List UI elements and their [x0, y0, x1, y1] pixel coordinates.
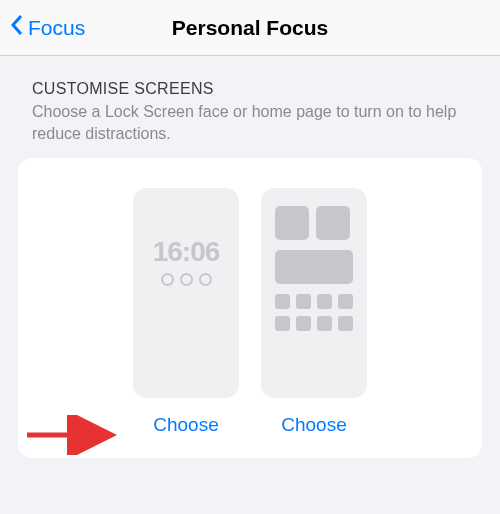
section-subtitle: Choose a Lock Screen face or home page t… [32, 101, 468, 144]
customise-screens-card: 16:06 Choose [18, 158, 482, 458]
home-screen-preview[interactable] [261, 188, 367, 398]
section-title: CUSTOMISE SCREENS [32, 80, 468, 98]
lock-screen-preview[interactable]: 16:06 [133, 188, 239, 398]
back-label: Focus [28, 16, 85, 40]
header: Focus Personal Focus [0, 0, 500, 56]
lock-screen-dots-icon [133, 273, 239, 286]
lock-screen-option: 16:06 Choose [133, 188, 239, 436]
home-screen-option: Choose [261, 188, 367, 436]
section-header: CUSTOMISE SCREENS Choose a Lock Screen f… [0, 56, 500, 150]
page-title: Personal Focus [172, 16, 328, 40]
back-button[interactable]: Focus [10, 14, 85, 41]
home-screen-grid-icon [275, 206, 353, 384]
choose-home-screen-button[interactable]: Choose [281, 414, 347, 436]
chevron-left-icon [10, 14, 24, 41]
lock-screen-time: 16:06 [133, 236, 239, 268]
choose-lock-screen-button[interactable]: Choose [153, 414, 219, 436]
